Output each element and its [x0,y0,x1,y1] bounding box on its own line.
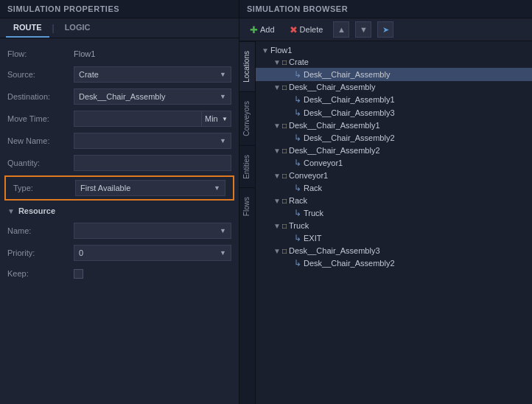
tree-item[interactable]: ▼□Desk__Chair_Assembly1 [256,119,532,131]
destination-select[interactable]: Desk__Chair_Assembly ▼ [74,88,231,105]
right-panel: SIMULATION BROWSER ✚ Add ✖ Delete ▲ ▼ ➤ [239,0,532,404]
tree-arrow-icon: ↳ [294,233,301,243]
side-tab-locations[interactable]: Locations [239,41,255,91]
tree-item[interactable]: ↳Desk__Chair_Assembly2 [256,131,532,144]
tree-expand-icon[interactable]: ▼ [272,83,282,91]
tree-item-label: Flow1 [270,46,292,55]
resource-name-row: Name: ▼ [0,220,239,242]
tree-item[interactable]: ▼□Truck [256,220,532,231]
tree-box-icon: □ [282,222,287,230]
tree-arrow-icon: ↳ [294,69,301,80]
tree-item[interactable]: ↳Truck [256,206,532,220]
tree-arrow-icon: ↳ [294,208,301,218]
add-button[interactable]: ✚ Add [245,23,279,37]
tree-expand-icon[interactable]: ▼ [260,46,270,55]
tab-separator: | [49,18,57,38]
tab-route[interactable]: ROUTE [6,18,49,38]
move-up-button[interactable]: ▲ [333,21,349,38]
tree-item-label: Desk__Chair_Assembly [304,70,390,79]
move-time-row: Move Time: 1 Min ▼ [0,108,239,130]
delete-button[interactable]: ✖ Delete [285,23,328,37]
resource-section-header[interactable]: ▼ Resource [0,202,239,220]
tree-arrow-icon: ↳ [294,258,301,268]
tree-item-label: Conveyor1 [304,159,343,167]
flow-row: Flow: Flow1 [0,44,239,63]
tree-item[interactable]: ↳Desk__Chair_Assembly1 [256,93,532,106]
new-name-dropdown-arrow: ▼ [220,137,226,144]
quantity-row: Quantity: 1 [0,152,239,174]
move-time-input[interactable]: 1 [74,111,202,127]
keep-row: Keep: [0,264,239,283]
tree-item[interactable]: ▼□Crate [256,56,532,68]
destination-dropdown-arrow: ▼ [220,93,226,100]
browser-header: SIMULATION BROWSER [239,0,532,18]
tree-expand-icon[interactable]: ▼ [272,197,282,205]
tree-item-label: Truck [289,221,309,230]
tree-item[interactable]: ▼Flow1 [256,44,532,56]
add-icon: ✚ [250,24,258,35]
forward-button[interactable]: ➤ [377,21,393,38]
tree-item[interactable]: ↳Desk__Chair_Assembly3 [256,106,532,119]
tree-item-label: Desk__Chair_Assembly2 [289,146,380,155]
resource-name-dropdown-arrow: ▼ [220,227,226,234]
tree-expand-icon[interactable]: ▼ [272,172,282,180]
tree-expand-icon[interactable]: ▼ [272,122,282,130]
side-tab-entities[interactable]: Entities [239,145,255,188]
left-panel: SIMULATION PROPERTIES ROUTE | LOGIC Flow… [0,0,239,404]
tree-box-icon: □ [282,83,287,91]
move-time-input-group: 1 Min ▼ [74,111,231,127]
tree-expand-icon[interactable]: ▼ [272,247,282,255]
tree-item[interactable]: ↳Desk__Chair_Assembly [256,68,532,81]
side-tab-flows[interactable]: Flows [239,187,255,225]
tree-item-label: Desk__Chair_Assembly2 [304,133,395,142]
quantity-input[interactable]: 1 [74,155,231,171]
tree-item[interactable]: ↳Conveyor1 [256,156,532,170]
resource-name-select[interactable]: ▼ [74,223,231,239]
source-label: Source: [7,70,74,79]
tree-expand-icon[interactable]: ▼ [272,58,282,66]
side-tab-conveyors[interactable]: Conveyors [239,91,255,145]
new-name-label: New Name: [7,136,74,145]
tree-arrow-icon: ↳ [294,94,301,105]
type-select[interactable]: First Available ▼ [75,180,225,196]
form-body: Flow: Flow1 Source: Crate ▼ Destination:… [0,38,239,404]
tree-item[interactable]: ▼□Rack [256,195,532,206]
tree-item[interactable]: ▼□Conveyor1 [256,170,532,181]
move-down-button[interactable]: ▼ [355,21,371,38]
tree-box-icon: □ [282,58,287,66]
tree-item-label: Desk__Chair_Assembly1 [304,95,395,104]
tree-box-icon: □ [282,247,287,255]
destination-row: Destination: Desk__Chair_Assembly ▼ [0,86,239,108]
tree-item[interactable]: ↳Rack [256,181,532,195]
resource-triangle: ▼ [7,207,15,215]
tree-item[interactable]: ↳EXIT [256,231,532,245]
tree-item-label: Conveyor1 [289,171,328,180]
browser-toolbar: ✚ Add ✖ Delete ▲ ▼ ➤ [239,18,532,41]
source-dropdown-arrow: ▼ [220,71,226,78]
source-row: Source: Crate ▼ [0,63,239,86]
priority-label: Priority: [7,248,74,257]
left-panel-header: SIMULATION PROPERTIES [0,0,239,18]
move-time-label: Move Time: [7,114,74,123]
keep-checkbox[interactable] [74,269,83,279]
source-select[interactable]: Crate ▼ [74,66,231,83]
priority-row: Priority: 0 ▼ [0,242,239,264]
tree-expand-icon[interactable]: ▼ [272,147,282,155]
tree-item-label: Truck [304,209,323,217]
browser-title: SIMULATION BROWSER [247,4,348,13]
move-time-unit-select[interactable]: Min ▼ [202,111,231,127]
tree-expand-icon[interactable]: ▼ [272,222,282,230]
tree-item-label: Desk__Chair_Assembly2 [304,259,395,268]
tree-item[interactable]: ▼□Desk__Chair_Assembly3 [256,245,532,257]
tree-box-icon: □ [282,122,287,130]
delete-icon: ✖ [290,24,298,35]
destination-label: Destination: [7,92,74,101]
tree-item[interactable]: ↳Desk__Chair_Assembly2 [256,257,532,270]
tree-item[interactable]: ▼□Desk__Chair_Assembly [256,81,532,93]
tree-item[interactable]: ▼□Desk__Chair_Assembly2 [256,144,532,156]
priority-select[interactable]: 0 ▼ [74,245,231,261]
new-name-select[interactable]: ▼ [74,133,231,149]
type-dropdown-arrow: ▼ [214,184,220,192]
quantity-label: Quantity: [7,159,74,167]
tab-logic[interactable]: LOGIC [57,18,98,38]
